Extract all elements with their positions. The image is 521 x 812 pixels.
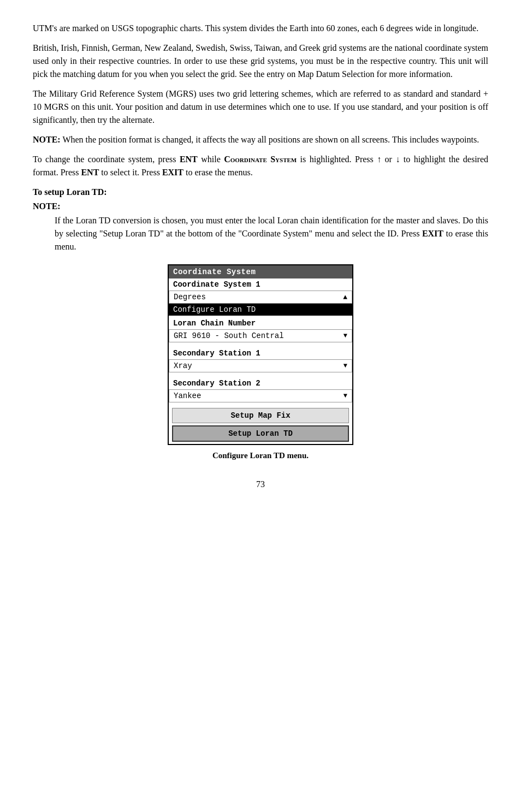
note-bold-label: NOTE: xyxy=(33,135,61,144)
xray-dropdown-arrow: ▼ xyxy=(344,362,347,370)
paragraph-mgrs: The Military Grid Reference System (MGRS… xyxy=(33,87,488,127)
coordinate-system-menu: Coordinate System Coordinate System 1 De… xyxy=(168,264,353,445)
note-block: If the Loran TD conversion is chosen, yo… xyxy=(55,214,488,253)
menu-item-degrees[interactable]: Degrees ▲ xyxy=(169,291,352,304)
paragraph-change: To change the coordinate system, press E… xyxy=(33,153,488,179)
menu-item-xray[interactable]: Xray ▼ xyxy=(169,359,352,372)
setup-loran-td-button[interactable]: Setup Loran TD xyxy=(172,425,349,442)
note-heading: NOTE: xyxy=(33,200,488,213)
yankee-dropdown-arrow: ▼ xyxy=(344,392,347,400)
degrees-arrow: ▲ xyxy=(343,293,347,301)
menu-item-coord-sys-1[interactable]: Coordinate System 1 xyxy=(169,278,352,291)
menu-item-secondary-station-2-label: Secondary Station 2 xyxy=(169,376,352,389)
coordinate-system-label: Coordinate System xyxy=(224,155,297,164)
gri-dropdown-arrow: ▼ xyxy=(344,332,347,340)
menu-item-yankee[interactable]: Yankee ▼ xyxy=(169,389,352,402)
paragraph-utm: UTM's are marked on USGS topographic cha… xyxy=(33,22,488,35)
exit-label-1: EXIT xyxy=(162,168,183,177)
menu-caption: Configure Loran TD menu. xyxy=(212,449,309,462)
menu-container: Coordinate System Coordinate System 1 De… xyxy=(33,264,488,469)
paragraph-british: British, Irish, Finnish, German, New Zea… xyxy=(33,42,488,81)
page-number: 73 xyxy=(33,479,488,489)
exit-label-2: EXIT xyxy=(422,229,443,238)
setup-map-fix-button[interactable]: Setup Map Fix xyxy=(172,408,349,423)
paragraph-note: NOTE: When the position format is change… xyxy=(33,133,488,146)
menu-title: Coordinate System xyxy=(169,265,352,278)
loran-heading: To setup Loran TD: xyxy=(33,186,488,199)
note-block-text: If the Loran TD conversion is chosen, yo… xyxy=(55,214,488,253)
menu-item-configure-loran[interactable]: Configure Loran TD xyxy=(169,304,352,316)
menu-item-loran-chain-label: Loran Chain Number xyxy=(169,316,352,329)
page-content: UTM's are marked on USGS topographic cha… xyxy=(33,22,488,489)
menu-separator-3 xyxy=(169,402,352,406)
ent-label-1: ENT xyxy=(180,155,198,164)
menu-item-secondary-station-1-label: Secondary Station 1 xyxy=(169,346,352,359)
ent-label-2: ENT xyxy=(81,168,99,177)
menu-item-gri[interactable]: GRI 9610 - South Central ▼ xyxy=(169,329,352,342)
